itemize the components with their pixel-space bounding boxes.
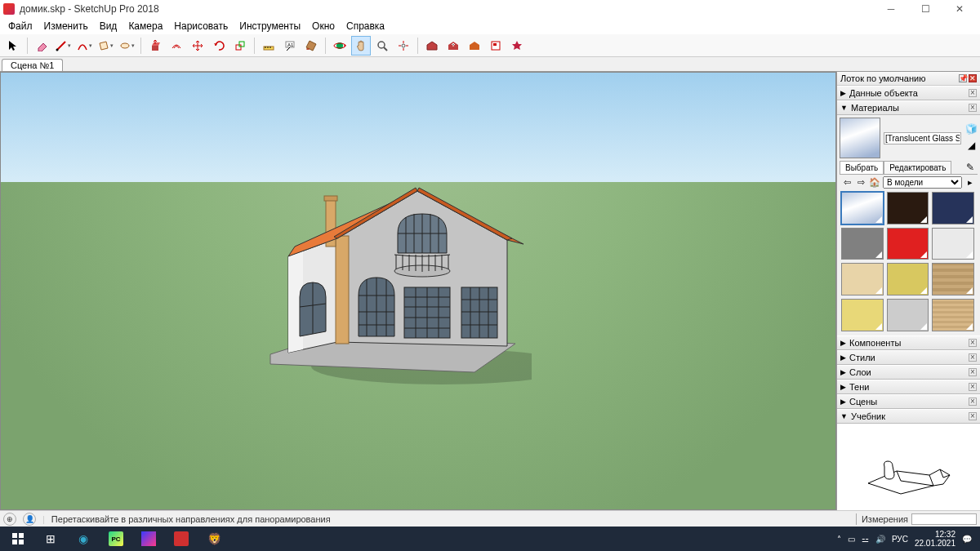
panel-styles[interactable]: ▶Стили× [837,350,980,365]
select-tool[interactable] [3,36,23,56]
eraser-tool[interactable] [32,36,51,56]
app-icon [3,3,15,15]
extension-warehouse-tool[interactable] [465,36,484,56]
nav-fwd-icon[interactable]: ⇨ [855,177,866,188]
system-clock[interactable]: 12:32 22.01.2021 [915,530,956,548]
minimize-button[interactable]: ─ [874,0,908,18]
svg-point-5 [121,43,129,48]
material-swatch[interactable] [932,263,974,295]
materials-select-tab[interactable]: Выбрать [840,161,884,174]
menu-draw[interactable]: Нарисовать [169,19,233,33]
brave-icon[interactable]: 🦁 [198,527,230,551]
eyedropper-icon[interactable]: ✎ [963,162,978,173]
material-swatch[interactable] [932,299,974,331]
rotate-tool[interactable] [209,36,229,56]
create-material-icon[interactable]: 🧊 [964,123,978,136]
extensions-manager-tool[interactable] [507,36,527,56]
material-swatch[interactable] [887,299,929,331]
material-swatch[interactable] [887,192,929,224]
panel-scenes[interactable]: ▶Сцены× [837,394,980,409]
task-view-icon[interactable]: ⊞ [34,527,67,551]
orbit-tool[interactable] [330,36,350,56]
material-swatch[interactable] [932,228,974,260]
app-icon-2[interactable] [132,527,165,551]
menu-view[interactable]: Вид [95,19,122,33]
rectangle-tool[interactable]: ▾ [96,36,115,56]
start-button[interactable] [2,527,34,551]
measurements-input[interactable] [911,513,977,525]
pycharm-icon[interactable]: PC [100,527,132,551]
material-swatch[interactable] [841,192,884,224]
menu-camera[interactable]: Камера [123,19,167,33]
svg-rect-77 [19,540,24,544]
wifi-icon[interactable]: ⚍ [862,535,869,544]
svg-rect-76 [12,540,17,544]
material-swatch[interactable] [841,263,884,295]
panel-shadows[interactable]: ▶Тени× [837,380,980,394]
panel-instructor[interactable]: ▼Учебник× [837,409,980,424]
material-swatch[interactable] [932,192,974,224]
notifications-icon[interactable]: 💬 [962,535,972,544]
geo-icon[interactable]: ⊕ [3,513,16,526]
menu-tools[interactable]: Инструменты [234,19,305,33]
default-material-icon[interactable]: ◢ [964,140,978,153]
home-icon[interactable]: 🏠 [869,177,880,188]
move-tool[interactable] [188,36,207,56]
scale-tool[interactable] [230,36,250,56]
material-swatch[interactable] [887,263,929,295]
materials-library-dropdown[interactable]: В модели [883,176,962,189]
zoom-extents-tool[interactable] [394,36,413,56]
line-tool[interactable]: ▾ [53,36,73,56]
details-menu-icon[interactable]: ▸ [964,177,976,188]
tray-header[interactable]: Лоток по умолчанию 📌 ✕ [837,72,980,86]
volume-icon[interactable]: 🔊 [875,535,885,544]
materials-edit-tab[interactable]: Редактировать [884,161,951,174]
offset-tool[interactable] [167,36,186,56]
panel-entity-info[interactable]: ▶Данные объекта× [837,86,980,100]
panel-layers[interactable]: ▶Слои× [837,365,980,380]
close-button[interactable]: ✕ [942,0,977,18]
material-swatch[interactable] [887,228,929,260]
edge-icon[interactable]: ◉ [67,527,100,551]
layout-tool[interactable] [486,36,506,56]
svg-rect-9 [236,45,241,50]
menu-window[interactable]: Окно [307,19,340,33]
menu-file[interactable]: Файл [3,19,38,33]
menu-edit[interactable]: Изменить [39,19,93,33]
svg-text:A1: A1 [287,42,294,47]
nav-back-icon[interactable]: ⇦ [841,177,853,188]
tray-close-icon[interactable]: ✕ [969,74,977,82]
panel-components[interactable]: ▶Компоненты× [837,335,980,350]
material-swatch[interactable] [841,228,884,260]
circle-tool[interactable]: ▾ [117,36,136,56]
material-swatch[interactable] [841,299,884,331]
panel-materials[interactable]: ▼Материалы× [837,100,980,115]
pushpull-tool[interactable] [145,36,165,56]
pan-tool[interactable] [351,36,371,56]
menu-help[interactable]: Справка [341,19,390,33]
tape-tool[interactable] [259,36,278,56]
status-bar: ⊕ 👤 | Перетаскивайте в различных направл… [0,510,980,527]
text-tool[interactable]: A1 [280,36,300,56]
sketchup-taskbar-icon[interactable] [165,527,198,551]
material-preview[interactable] [840,118,880,158]
svg-rect-6 [152,46,158,51]
zoom-tool[interactable] [372,36,392,56]
tray-up-icon[interactable]: ˄ [837,535,841,544]
tray-pin-icon[interactable]: 📌 [959,74,967,82]
maximize-button[interactable]: ☐ [908,0,942,18]
warehouse-tool[interactable] [422,36,442,56]
svg-line-17 [287,47,290,51]
credits-icon[interactable]: 👤 [23,513,36,526]
paint-tool[interactable] [301,36,321,56]
svg-point-3 [56,48,58,51]
svg-marker-4 [100,42,108,50]
viewport-3d[interactable] [0,72,836,510]
scene-tab-1[interactable]: Сцена №1 [2,59,63,71]
battery-icon[interactable]: ▭ [848,535,855,544]
warehouse-share-tool[interactable] [443,36,463,56]
arc-tool[interactable]: ▾ [74,36,94,56]
material-name-input[interactable] [884,132,961,144]
language-indicator[interactable]: РУС [892,535,908,544]
svg-point-23 [378,42,385,48]
